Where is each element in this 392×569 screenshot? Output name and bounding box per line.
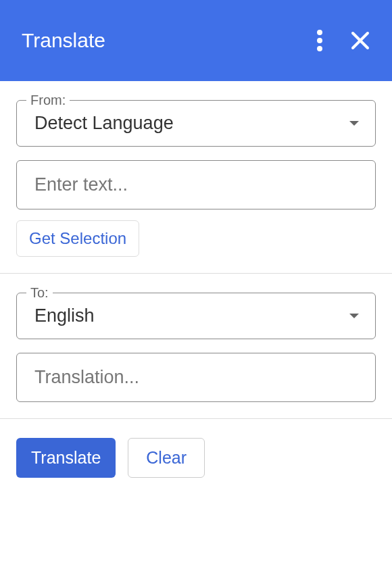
from-label: From: — [26, 93, 70, 108]
header-actions — [314, 26, 373, 55]
more-vert-icon — [316, 29, 323, 52]
app-header: Translate — [0, 0, 392, 81]
translation-output[interactable]: Translation... — [16, 353, 376, 402]
chevron-down-icon — [349, 314, 359, 318]
more-options-button[interactable] — [314, 26, 326, 55]
app-title: Translate — [22, 29, 105, 52]
from-language-value: Detect Language — [34, 113, 174, 134]
translation-placeholder: Translation... — [34, 367, 358, 388]
to-label: To: — [26, 285, 53, 301]
close-button[interactable] — [347, 28, 373, 53]
svg-point-2 — [317, 46, 322, 51]
svg-point-0 — [317, 30, 322, 35]
from-language-field: From: Detect Language — [16, 100, 376, 147]
action-buttons: Translate Clear — [16, 438, 376, 497]
translate-button[interactable]: Translate — [16, 438, 116, 478]
section-divider — [0, 273, 392, 274]
get-selection-button[interactable]: Get Selection — [16, 220, 139, 257]
from-language-select[interactable]: Detect Language — [17, 101, 375, 146]
source-text-placeholder: Enter text... — [34, 174, 358, 195]
close-icon — [350, 30, 370, 51]
source-text-input[interactable]: Enter text... — [16, 160, 376, 209]
section-divider — [0, 418, 392, 419]
to-language-select[interactable]: English — [17, 293, 375, 339]
chevron-down-icon — [349, 121, 359, 126]
clear-button[interactable]: Clear — [128, 438, 205, 478]
to-language-value: English — [34, 305, 95, 326]
svg-point-1 — [317, 38, 322, 43]
to-language-field: To: English — [16, 293, 376, 339]
content-area: From: Detect Language Enter text... Get … — [0, 81, 392, 497]
